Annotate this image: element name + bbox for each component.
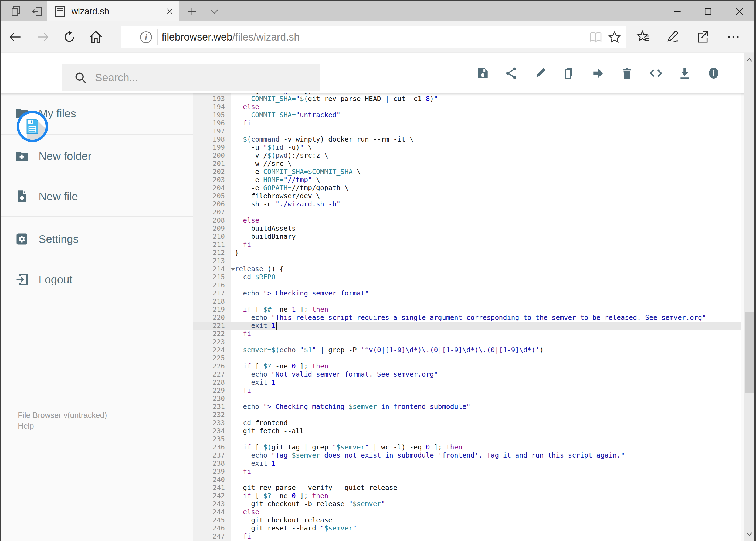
set-tabs-aside-button[interactable] [27,1,48,21]
code-line[interactable] [235,208,741,216]
code-line[interactable]: else [235,216,741,225]
code-line[interactable]: echo "Not valid semver format. See semve… [235,370,741,378]
code-line[interactable]: -w //src \ [235,160,741,168]
address-field[interactable]: i filebrowser.web/files/wizard.sh [121,26,626,48]
code-line[interactable]: fi [235,532,741,540]
url-text[interactable]: filebrowser.web/files/wizard.sh [162,31,586,43]
code-line[interactable]: -e GOPATH=//tmp/gopath \ [235,184,741,192]
code-line[interactable]: if [ $? -ne 0 ]; then [235,362,741,370]
code-button[interactable] [641,58,670,88]
favorite-button[interactable] [605,28,624,47]
code-line[interactable]: $(command -v winpty) docker run --rm -it… [235,135,741,144]
code-line[interactable] [235,127,741,135]
forward-button[interactable] [31,25,55,49]
code-line[interactable]: echo "This release script requires a sin… [235,313,741,322]
fold-arrow-icon[interactable] [231,268,235,271]
code-line[interactable]: fi [235,467,741,476]
back-button[interactable] [3,25,28,49]
code-line[interactable]: else [235,508,741,516]
code-line[interactable]: git rev-parse --verify --quiet release [235,484,741,492]
rename-button[interactable] [526,58,555,88]
reading-view-button[interactable] [586,28,605,47]
code-line[interactable]: if [ $? -ne 0 ]; then [235,492,741,500]
code-line[interactable]: git checkout release [235,516,741,524]
code-line[interactable]: -u "$(id -u)" \ [235,144,741,152]
code-line[interactable]: release () { [235,265,741,273]
scrollbar-thumb[interactable] [745,312,754,393]
tab-close-icon[interactable] [162,4,177,19]
page-scrollbar[interactable] [744,53,754,541]
code-line[interactable]: exit 1 [235,378,741,386]
code-line[interactable] [235,354,741,362]
code-line[interactable]: echo "> Checking matching $semver in fro… [235,403,741,411]
save-button[interactable] [468,58,497,88]
code-line[interactable]: -e HOME="//tmp" \ [235,176,741,184]
code-line[interactable]: exit 1 [235,459,741,467]
code-line[interactable]: -e COMMIT_SHA=$COMMIT_SHA \ [235,168,741,176]
sidebar-item-logout[interactable]: Logout [1,266,193,293]
code-line[interactable]: echo "> Checking semver format" [235,289,741,297]
code-line[interactable]: sh -c "./wizard.sh -b" [235,200,741,208]
code-content[interactable]: if [ -d ".git" ]; then COMMIT_SHA="$(git… [235,93,741,540]
code-line[interactable]: -v /$(pwd):/src:z \ [235,152,741,160]
refresh-button[interactable] [57,25,82,49]
code-line[interactable]: if [ $# -ne 1 ]; then [235,305,741,313]
sidebar-item-settings[interactable]: Settings [1,226,193,253]
code-line[interactable]: git reset --hard "$semver" [235,524,741,532]
code-editor[interactable]: 1921931941951961971981992002012022032042… [193,93,741,541]
home-button[interactable] [84,25,108,49]
code-line[interactable] [235,297,741,305]
code-line[interactable] [235,435,741,443]
site-info-icon[interactable]: i [140,31,152,43]
code-line[interactable]: filebrowser/dev \ [235,192,741,200]
code-line[interactable]: git fetch --all [235,427,741,435]
annotate-button[interactable] [661,25,685,49]
code-line[interactable]: cd frontend [235,419,741,427]
help-link[interactable]: Help [18,420,107,431]
search-bar[interactable] [62,64,320,91]
move-button[interactable] [584,58,613,88]
code-line[interactable]: buildAssets [235,225,741,233]
sidebar-item-new-file[interactable]: New file [1,183,193,210]
code-line[interactable]: fi [235,386,741,395]
code-line[interactable]: buildBinary [235,233,741,241]
code-line[interactable]: COMMIT_SHA="untracked" [235,111,741,119]
scroll-down-button[interactable] [744,528,754,540]
code-line[interactable] [235,411,741,419]
scroll-up-button[interactable] [744,54,754,66]
code-line[interactable]: semver=$(echo "$1" | grep -P '^v(0|[1-9]… [235,346,741,354]
code-line[interactable]: } [235,249,741,257]
window-close-button[interactable] [725,1,754,21]
delete-button[interactable] [613,58,641,88]
code-line[interactable] [235,395,741,403]
code-line[interactable] [235,257,741,265]
sidebar-item-new-folder[interactable]: New folder [1,143,193,170]
code-line[interactable] [235,338,741,346]
maximize-button[interactable] [694,1,722,21]
code-line[interactable]: echo "Tag $semver does not exist in subm… [235,451,741,459]
code-line[interactable]: COMMIT_SHA="$(git rev-parse HEAD | cut -… [235,95,741,103]
more-menu-button[interactable] [721,25,745,49]
minimize-button[interactable] [663,1,691,21]
code-line[interactable]: if [ $(git tag | grep "$semver" | wc -l)… [235,443,741,451]
tab-preview-button[interactable] [6,1,26,21]
code-line[interactable]: cd $REPO [235,273,741,281]
info-button[interactable] [699,58,728,88]
favorites-hub-button[interactable] [631,25,656,49]
share-button[interactable] [497,58,526,88]
code-line[interactable] [235,476,741,484]
code-line[interactable]: fi [235,119,741,127]
code-line[interactable]: fi [235,330,741,338]
code-line[interactable] [235,281,741,289]
new-tab-button[interactable] [182,1,202,21]
share-page-button[interactable] [690,25,714,49]
search-input[interactable] [95,72,320,84]
download-button[interactable] [670,58,699,88]
code-line[interactable]: exit 1 [235,322,741,330]
tab-dropdown-button[interactable] [204,1,225,21]
code-line[interactable]: fi [235,241,741,249]
code-line[interactable]: else [235,103,741,111]
code-line[interactable]: git checkout -b release "$semver" [235,500,741,508]
browser-tab[interactable]: wizard.sh [47,1,179,21]
copy-button[interactable] [555,58,584,88]
